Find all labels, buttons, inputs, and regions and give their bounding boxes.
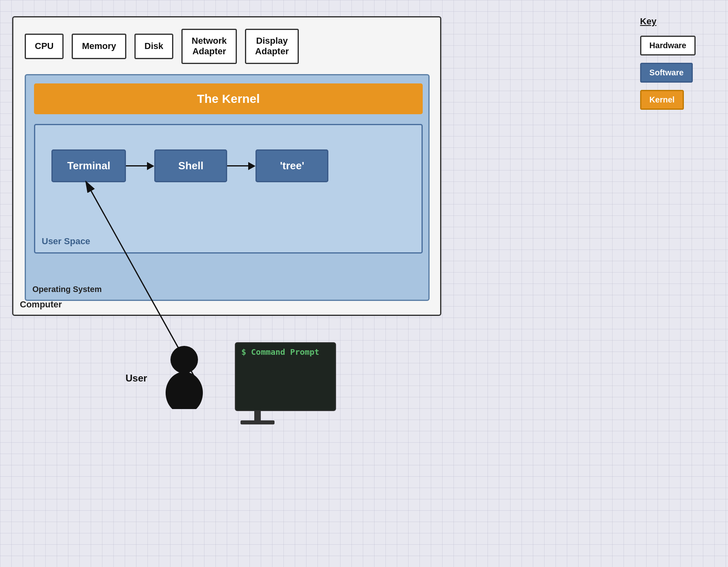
terminal-box-sw: Terminal [51,149,126,182]
command-prompt-text: $ Command Prompt [241,347,319,357]
key-software-box: Software [640,63,693,83]
arrow-shell-tree [227,160,255,172]
key-hardware-box: Hardware [640,36,696,55]
user-figure-area: User [158,344,211,411]
userspace-box: Terminal Shell 'tree' User Space [34,124,423,254]
tree-box-sw: 'tree' [255,149,328,182]
hw-display-adapter: DisplayAdapter [245,29,299,64]
arrow-terminal-shell [126,160,154,172]
computer-label: Computer [20,299,62,310]
software-row: Terminal Shell 'tree' [51,149,328,182]
key-kernel-box: Kernel [640,90,684,110]
os-label: Operating System [32,285,102,294]
kernel-bar: The Kernel [34,83,423,114]
hw-cpu: CPU [25,34,64,59]
command-prompt-screen: $ Command Prompt [235,342,336,411]
key-title: Key [640,16,656,27]
key-item-hardware: Hardware [640,36,696,55]
userspace-label: User Space [42,236,90,247]
key-item-kernel: Kernel [640,90,684,110]
hw-network-adapter: NetworkAdapter [181,29,237,64]
monitor-base [241,420,275,424]
shell-box-sw: Shell [154,149,227,182]
key-panel: Key Hardware Software Kernel [640,16,696,110]
computer-box: CPU Memory Disk NetworkAdapter DisplayAd… [12,16,441,316]
os-box: The Kernel Terminal Shell 'tree' User Sp… [25,74,430,301]
person-icon [158,344,211,409]
user-label: User [126,373,147,384]
key-item-software: Software [640,63,693,83]
svg-point-2 [166,372,203,409]
kernel-label: The Kernel [197,92,260,106]
hardware-row: CPU Memory Disk NetworkAdapter DisplayAd… [25,29,299,64]
monitor-stand [254,411,261,421]
hw-memory: Memory [72,34,126,59]
svg-point-1 [170,346,198,373]
hw-disk: Disk [134,34,173,59]
